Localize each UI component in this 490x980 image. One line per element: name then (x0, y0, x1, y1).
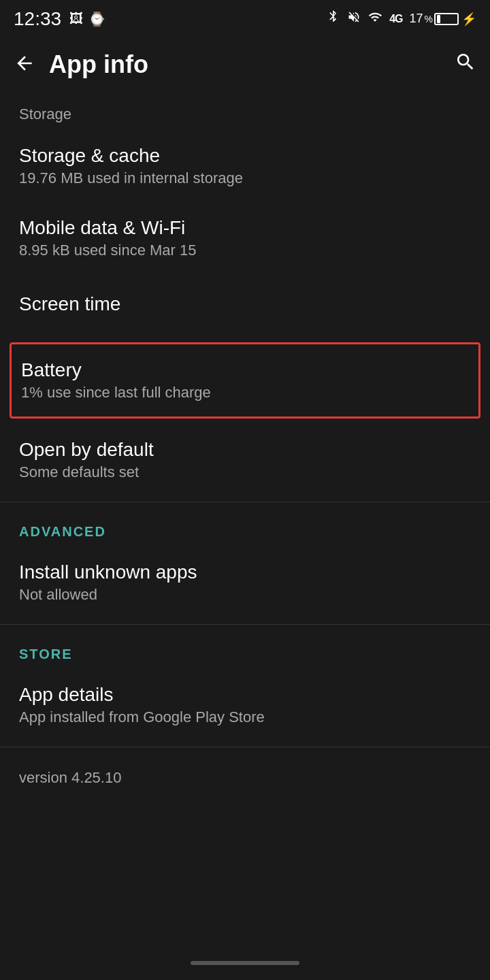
screen-time-title: Screen time (19, 293, 471, 315)
storage-cache-subtitle: 19.76 MB used in internal storage (19, 169, 471, 187)
nav-bar (0, 946, 490, 980)
bluetooth-icon (327, 9, 340, 29)
battery-title: Battery (21, 359, 469, 381)
install-unknown-subtitle: Not allowed (19, 586, 471, 604)
status-right: 4G 17 % ⚡ (327, 9, 476, 29)
wifi-icon (368, 10, 382, 27)
storage-cache-item[interactable]: Storage & cache 19.76 MB used in interna… (0, 130, 490, 202)
store-section-header: STORE (0, 630, 490, 669)
storage-section-label: Storage (0, 92, 490, 130)
divider-3 (0, 747, 490, 747)
battery-fill (437, 15, 440, 23)
charging-icon: ⚡ (461, 12, 476, 27)
content: Storage Storage & cache 19.76 MB used in… (0, 92, 490, 803)
battery-box (434, 13, 459, 25)
battery-subtitle: 1% use since last full charge (21, 384, 469, 402)
mobile-data-item[interactable]: Mobile data & Wi-Fi 8.95 kB used since M… (0, 202, 490, 274)
battery-percent-sign: % (425, 14, 433, 24)
app-details-subtitle: App installed from Google Play Store (19, 708, 471, 726)
open-by-default-title: Open by default (19, 439, 471, 461)
search-button[interactable] (455, 51, 476, 78)
signal-icon: 4G (389, 13, 402, 25)
version-text: version 4.25.10 (0, 753, 490, 803)
app-bar: App info (0, 37, 490, 92)
mobile-data-subtitle: 8.95 kB used since Mar 15 (19, 242, 471, 259)
advanced-section-header: ADVANCED (0, 508, 490, 546)
app-details-title: App details (19, 684, 471, 706)
install-unknown-item[interactable]: Install unknown apps Not allowed (0, 546, 490, 619)
open-by-default-item[interactable]: Open by default Some defaults set (0, 424, 490, 496)
divider-1 (0, 502, 490, 502)
app-bar-left: App info (14, 50, 148, 79)
status-bar: 12:33 🖼 ⌚ 4G 17 % ⚡ (0, 0, 490, 37)
photo-icon: 🖼 (69, 11, 83, 27)
divider-2 (0, 624, 490, 625)
battery-item[interactable]: Battery 1% use since last full charge (10, 342, 480, 419)
back-button[interactable] (14, 52, 35, 78)
nav-pill (191, 961, 299, 965)
install-unknown-title: Install unknown apps (19, 561, 471, 583)
status-left: 12:33 🖼 ⌚ (14, 8, 105, 30)
status-time: 12:33 (14, 8, 61, 30)
battery-indicator: 17 % ⚡ (410, 12, 476, 27)
mute-icon (347, 9, 361, 29)
status-icons: 🖼 ⌚ (69, 11, 105, 27)
page-title: App info (49, 50, 148, 79)
mobile-data-title: Mobile data & Wi-Fi (19, 217, 471, 239)
storage-cache-title: Storage & cache (19, 145, 471, 167)
screen-time-item[interactable]: Screen time (0, 274, 490, 337)
watch-icon: ⌚ (88, 11, 105, 27)
battery-percent: 17 (410, 12, 423, 26)
open-by-default-subtitle: Some defaults set (19, 463, 471, 481)
app-details-item[interactable]: App details App installed from Google Pl… (0, 669, 490, 741)
